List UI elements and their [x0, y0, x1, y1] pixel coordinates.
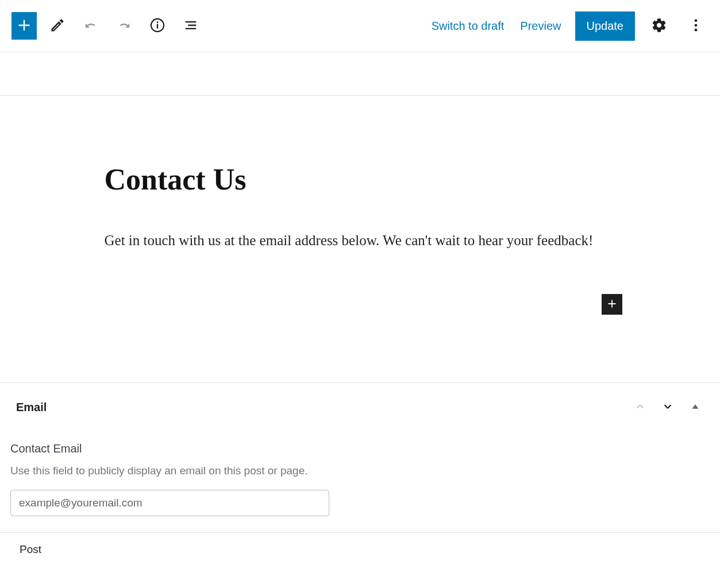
editor-toolbar: Switch to draft Preview Update	[0, 0, 720, 52]
plus-icon	[16, 17, 32, 35]
undo-button[interactable]	[78, 13, 103, 38]
panel-controls	[632, 398, 704, 417]
svg-point-4	[695, 28, 698, 31]
plus-icon	[606, 297, 618, 312]
more-vertical-icon	[688, 17, 704, 35]
post-tab-area: Post	[0, 533, 720, 566]
toolbar-left-group	[11, 12, 203, 40]
toolbar-right-group: Switch to draft Preview Update	[429, 11, 709, 41]
panel-collapse-button[interactable]	[687, 398, 704, 417]
meta-panel: Email Contact Email Use this field to pu…	[0, 383, 720, 533]
editor-canvas: Contact Us Get in touch with us at the e…	[0, 96, 720, 383]
panel-move-down-button[interactable]	[659, 398, 676, 417]
switch-to-draft-button[interactable]: Switch to draft	[429, 15, 507, 37]
pencil-icon	[49, 17, 66, 35]
gear-icon	[651, 17, 667, 35]
contact-email-input[interactable]	[10, 490, 329, 516]
panel-section-title: Email	[16, 401, 47, 414]
triangle-up-icon	[689, 400, 702, 415]
toggle-block-inserter-button[interactable]	[11, 12, 37, 40]
contact-email-label: Contact Email	[10, 442, 710, 455]
info-icon	[149, 17, 165, 35]
contact-email-description: Use this field to publicly display an em…	[10, 462, 321, 479]
post-tab[interactable]: Post	[20, 543, 41, 555]
settings-button[interactable]	[646, 13, 672, 38]
preview-button[interactable]: Preview	[518, 15, 563, 37]
edit-tool-button[interactable]	[45, 13, 70, 38]
svg-point-1	[157, 21, 159, 23]
add-block-button[interactable]	[602, 294, 622, 315]
more-options-button[interactable]	[683, 13, 709, 38]
template-header-spacer	[0, 52, 720, 96]
svg-point-2	[695, 19, 698, 22]
redo-button[interactable]	[111, 13, 137, 38]
panel-header: Email	[0, 398, 720, 427]
page-title[interactable]: Contact Us	[105, 163, 616, 196]
outline-icon	[183, 17, 199, 35]
chevron-down-icon	[661, 400, 674, 415]
document-details-button[interactable]	[145, 13, 170, 38]
document-outline-button[interactable]	[178, 13, 203, 38]
redo-icon	[116, 17, 132, 35]
panel-body: Contact Email Use this field to publicly…	[0, 427, 720, 532]
content-inner: Contact Us Get in touch with us at the e…	[82, 163, 639, 253]
svg-point-3	[695, 24, 698, 26]
chevron-up-icon	[634, 400, 646, 415]
panel-move-up-button[interactable]	[632, 398, 649, 417]
update-button[interactable]: Update	[575, 11, 636, 41]
undo-icon	[83, 17, 99, 35]
page-paragraph[interactable]: Get in touch with us at the email addres…	[105, 229, 616, 253]
